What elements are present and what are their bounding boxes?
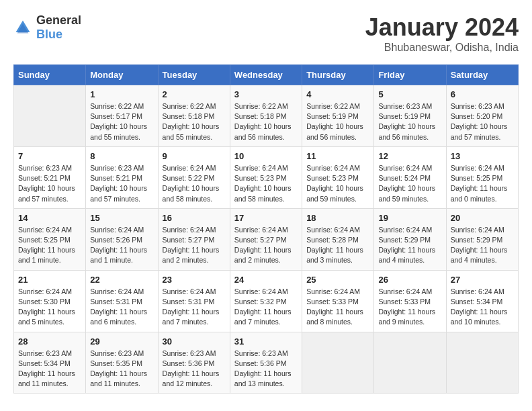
logo: General Blue	[13, 13, 81, 42]
logo-icon	[13, 18, 32, 37]
day-info: Sunrise: 6:24 AM Sunset: 5:33 PM Dayligh…	[306, 287, 369, 328]
location-subtitle: Bhubaneswar, Odisha, India	[365, 42, 519, 54]
page-header: General Blue January 2024 Bhubaneswar, O…	[13, 13, 519, 54]
day-number: 10	[234, 151, 298, 161]
calendar-cell: 21Sunrise: 6:24 AM Sunset: 5:30 PM Dayli…	[14, 270, 86, 332]
day-header-sunday: Sunday	[14, 65, 86, 85]
day-info: Sunrise: 6:24 AM Sunset: 5:31 PM Dayligh…	[90, 287, 153, 328]
calendar-week-row: 7Sunrise: 6:23 AM Sunset: 5:21 PM Daylig…	[14, 146, 519, 208]
day-number: 5	[378, 89, 441, 99]
day-header-friday: Friday	[374, 65, 446, 85]
calendar-cell: 13Sunrise: 6:24 AM Sunset: 5:25 PM Dayli…	[446, 146, 518, 208]
day-header-thursday: Thursday	[302, 65, 374, 85]
calendar-cell	[302, 332, 374, 394]
calendar-week-row: 14Sunrise: 6:24 AM Sunset: 5:25 PM Dayli…	[14, 208, 519, 270]
calendar-cell: 11Sunrise: 6:24 AM Sunset: 5:23 PM Dayli…	[302, 146, 374, 208]
calendar-header-row: SundayMondayTuesdayWednesdayThursdayFrid…	[14, 65, 519, 85]
day-number: 23	[163, 275, 226, 285]
day-number: 21	[18, 275, 81, 285]
calendar-cell: 16Sunrise: 6:24 AM Sunset: 5:27 PM Dayli…	[158, 208, 230, 270]
day-number: 31	[234, 336, 298, 347]
day-number: 29	[90, 336, 153, 347]
day-info: Sunrise: 6:24 AM Sunset: 5:33 PM Dayligh…	[378, 287, 441, 328]
calendar-cell: 15Sunrise: 6:24 AM Sunset: 5:26 PM Dayli…	[86, 208, 158, 270]
day-info: Sunrise: 6:22 AM Sunset: 5:19 PM Dayligh…	[306, 101, 369, 142]
calendar-cell: 6Sunrise: 6:23 AM Sunset: 5:20 PM Daylig…	[446, 85, 518, 147]
logo-text: General Blue	[36, 13, 81, 42]
calendar-table: SundayMondayTuesdayWednesdayThursdayFrid…	[13, 64, 519, 394]
calendar-week-row: 1Sunrise: 6:22 AM Sunset: 5:17 PM Daylig…	[14, 85, 519, 147]
day-info: Sunrise: 6:24 AM Sunset: 5:28 PM Dayligh…	[306, 225, 369, 266]
calendar-cell	[446, 332, 518, 394]
day-number: 19	[378, 213, 441, 223]
day-number: 14	[18, 213, 81, 223]
day-info: Sunrise: 6:24 AM Sunset: 5:25 PM Dayligh…	[451, 163, 514, 204]
day-info: Sunrise: 6:24 AM Sunset: 5:31 PM Dayligh…	[163, 287, 226, 328]
day-info: Sunrise: 6:24 AM Sunset: 5:30 PM Dayligh…	[18, 287, 81, 328]
day-number: 26	[378, 275, 441, 285]
calendar-cell: 31Sunrise: 6:23 AM Sunset: 5:36 PM Dayli…	[230, 332, 302, 394]
calendar-cell: 25Sunrise: 6:24 AM Sunset: 5:33 PM Dayli…	[302, 270, 374, 332]
day-info: Sunrise: 6:23 AM Sunset: 5:35 PM Dayligh…	[90, 349, 153, 390]
calendar-week-row: 21Sunrise: 6:24 AM Sunset: 5:30 PM Dayli…	[14, 270, 519, 332]
calendar-cell: 17Sunrise: 6:24 AM Sunset: 5:27 PM Dayli…	[230, 208, 302, 270]
day-header-saturday: Saturday	[446, 65, 518, 85]
day-number: 1	[90, 89, 153, 99]
day-number: 15	[90, 213, 153, 223]
day-info: Sunrise: 6:23 AM Sunset: 5:19 PM Dayligh…	[378, 101, 441, 142]
calendar-cell: 20Sunrise: 6:24 AM Sunset: 5:29 PM Dayli…	[446, 208, 518, 270]
calendar-cell	[374, 332, 446, 394]
day-header-tuesday: Tuesday	[158, 65, 230, 85]
day-number: 27	[451, 275, 514, 285]
calendar-cell	[14, 85, 86, 147]
day-number: 22	[90, 275, 153, 285]
day-number: 2	[163, 89, 226, 99]
calendar-cell: 5Sunrise: 6:23 AM Sunset: 5:19 PM Daylig…	[374, 85, 446, 147]
calendar-cell: 10Sunrise: 6:24 AM Sunset: 5:23 PM Dayli…	[230, 146, 302, 208]
day-info: Sunrise: 6:22 AM Sunset: 5:18 PM Dayligh…	[163, 101, 226, 142]
day-info: Sunrise: 6:24 AM Sunset: 5:23 PM Dayligh…	[234, 163, 298, 204]
calendar-cell: 29Sunrise: 6:23 AM Sunset: 5:35 PM Dayli…	[86, 332, 158, 394]
calendar-cell: 2Sunrise: 6:22 AM Sunset: 5:18 PM Daylig…	[158, 85, 230, 147]
title-section: January 2024 Bhubaneswar, Odisha, India	[365, 13, 519, 54]
day-info: Sunrise: 6:23 AM Sunset: 5:21 PM Dayligh…	[90, 163, 153, 204]
day-number: 25	[306, 275, 369, 285]
calendar-cell: 1Sunrise: 6:22 AM Sunset: 5:17 PM Daylig…	[86, 85, 158, 147]
day-number: 6	[451, 89, 514, 99]
day-info: Sunrise: 6:22 AM Sunset: 5:18 PM Dayligh…	[234, 101, 298, 142]
calendar-cell: 24Sunrise: 6:24 AM Sunset: 5:32 PM Dayli…	[230, 270, 302, 332]
day-info: Sunrise: 6:23 AM Sunset: 5:21 PM Dayligh…	[18, 163, 81, 204]
calendar-cell: 18Sunrise: 6:24 AM Sunset: 5:28 PM Dayli…	[302, 208, 374, 270]
day-info: Sunrise: 6:23 AM Sunset: 5:34 PM Dayligh…	[18, 349, 81, 390]
calendar-cell: 9Sunrise: 6:24 AM Sunset: 5:22 PM Daylig…	[158, 146, 230, 208]
day-number: 18	[306, 213, 369, 223]
day-number: 7	[18, 151, 81, 161]
day-info: Sunrise: 6:24 AM Sunset: 5:24 PM Dayligh…	[378, 163, 441, 204]
day-number: 8	[90, 151, 153, 161]
calendar-cell: 14Sunrise: 6:24 AM Sunset: 5:25 PM Dayli…	[14, 208, 86, 270]
calendar-cell: 12Sunrise: 6:24 AM Sunset: 5:24 PM Dayli…	[374, 146, 446, 208]
calendar-week-row: 28Sunrise: 6:23 AM Sunset: 5:34 PM Dayli…	[14, 332, 519, 394]
day-info: Sunrise: 6:24 AM Sunset: 5:25 PM Dayligh…	[18, 225, 81, 266]
day-info: Sunrise: 6:23 AM Sunset: 5:20 PM Dayligh…	[451, 101, 514, 142]
day-number: 9	[163, 151, 226, 161]
day-info: Sunrise: 6:22 AM Sunset: 5:17 PM Dayligh…	[90, 101, 153, 142]
day-number: 28	[18, 336, 81, 347]
day-number: 4	[306, 89, 369, 99]
calendar-cell: 30Sunrise: 6:23 AM Sunset: 5:36 PM Dayli…	[158, 332, 230, 394]
calendar-cell: 27Sunrise: 6:24 AM Sunset: 5:34 PM Dayli…	[446, 270, 518, 332]
day-number: 17	[234, 213, 298, 223]
day-info: Sunrise: 6:24 AM Sunset: 5:22 PM Dayligh…	[163, 163, 226, 204]
calendar-cell: 3Sunrise: 6:22 AM Sunset: 5:18 PM Daylig…	[230, 85, 302, 147]
day-number: 13	[451, 151, 514, 161]
day-number: 12	[378, 151, 441, 161]
day-info: Sunrise: 6:24 AM Sunset: 5:27 PM Dayligh…	[163, 225, 226, 266]
day-header-wednesday: Wednesday	[230, 65, 302, 85]
calendar-cell: 26Sunrise: 6:24 AM Sunset: 5:33 PM Dayli…	[374, 270, 446, 332]
calendar-cell: 22Sunrise: 6:24 AM Sunset: 5:31 PM Dayli…	[86, 270, 158, 332]
calendar-cell: 19Sunrise: 6:24 AM Sunset: 5:29 PM Dayli…	[374, 208, 446, 270]
day-number: 11	[306, 151, 369, 161]
day-number: 16	[163, 213, 226, 223]
day-header-monday: Monday	[86, 65, 158, 85]
calendar-cell: 23Sunrise: 6:24 AM Sunset: 5:31 PM Dayli…	[158, 270, 230, 332]
